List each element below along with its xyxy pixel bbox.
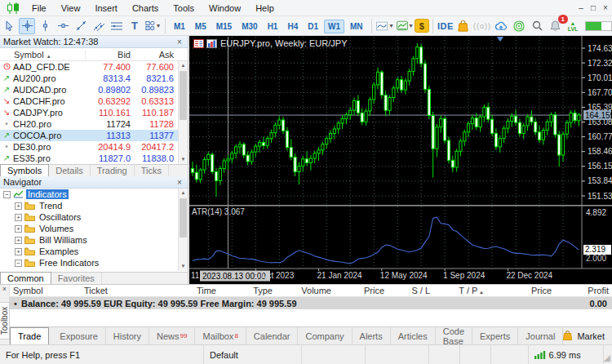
scroll-up-icon[interactable]: ▲: [179, 189, 188, 198]
shapes-tool-button[interactable]: ▾: [144, 18, 161, 34]
horizontal-line-tool-button[interactable]: [55, 18, 71, 34]
menu-item-file[interactable]: File: [24, 2, 54, 15]
timeframe-h1[interactable]: H1: [264, 20, 282, 33]
expand-icon[interactable]: +: [15, 248, 22, 255]
market-watch-row[interactable]: ↘CADJPY.pro110.161110.187: [0, 107, 188, 118]
scroll-up-icon[interactable]: ▲: [179, 61, 188, 70]
chart-type-button[interactable]: ▾: [375, 18, 393, 34]
tree-item-bill-williams[interactable]: +Bill Williams: [0, 234, 188, 246]
tree-item-oscillators[interactable]: +Oscillators: [0, 211, 188, 223]
toolbox-tab-experts[interactable]: Experts: [472, 327, 518, 344]
toolbox-tab-history[interactable]: History: [106, 327, 149, 344]
menu-item-view[interactable]: View: [54, 2, 88, 15]
menu-item-charts[interactable]: Charts: [125, 2, 166, 15]
tree-item-volumes[interactable]: +Volumes: [0, 223, 188, 234]
tree-item-camarilla-channel[interactable]: Camarilla Channel: [0, 269, 188, 271]
expand-icon[interactable]: +: [15, 202, 22, 210]
column-sl[interactable]: S / L: [388, 286, 433, 295]
navigator-scrollbar[interactable]: ▲ ▼: [178, 189, 188, 271]
market-button[interactable]: Market: [563, 331, 605, 342]
market-watch-row[interactable]: AAD_CFD.DE77.40077.600: [0, 61, 188, 73]
toolbox-vertical-tab[interactable]: Toolbox: [0, 302, 10, 340]
tab-trading[interactable]: Trading: [91, 165, 135, 176]
timeframe-m1[interactable]: M1: [170, 20, 189, 33]
vertical-line-tool-button[interactable]: [37, 18, 53, 34]
close-icon[interactable]: ×: [0, 285, 9, 293]
close-icon[interactable]: ×: [175, 178, 184, 187]
expand-icon[interactable]: +: [15, 225, 22, 233]
market-watch-column-header[interactable]: Symbol ▲ Bid Ask: [0, 48, 188, 61]
collapse-icon[interactable]: −: [15, 260, 22, 267]
copy-trading-button[interactable]: [511, 18, 527, 34]
timeframe-h4[interactable]: H4: [283, 20, 302, 33]
market-watch-row[interactable]: •CH20.pro1172411728: [0, 118, 188, 130]
timeframe-mn[interactable]: MN: [346, 20, 367, 33]
tab-symbols[interactable]: Symbols: [0, 164, 49, 176]
fibonacci-tool-button[interactable]: [109, 18, 125, 34]
collapse-icon[interactable]: −: [3, 191, 11, 198]
cloud-button[interactable]: [493, 18, 509, 34]
tab-common[interactable]: Common: [0, 272, 51, 284]
timeframe-w1[interactable]: W1: [324, 20, 344, 33]
expand-icon[interactable]: +: [15, 214, 22, 221]
expand-icon[interactable]: +: [15, 237, 22, 244]
toolbox-tab-journal[interactable]: Journal: [518, 327, 563, 344]
notifications-button[interactable]: 1: [547, 18, 563, 34]
menu-item-insert[interactable]: Insert: [87, 2, 125, 15]
toolbox-tab-mailbox[interactable]: Mailbox8: [195, 327, 246, 344]
close-button[interactable]: ×: [600, 3, 611, 12]
scroll-down-icon[interactable]: ▼: [179, 262, 188, 271]
market-watch-row[interactable]: ↗ES35.pro11827.011838.0: [0, 153, 188, 164]
scrollbar-thumb[interactable]: [180, 198, 187, 237]
market-watch-row[interactable]: ↗COCOA.pro1131311377: [0, 130, 188, 141]
toolbox-tab-news[interactable]: News99: [149, 327, 195, 344]
trendline-tool-button[interactable]: [73, 18, 89, 34]
balance-row[interactable]: • Balance: 49 995.59 EUR Equity: 49 995.…: [10, 297, 612, 309]
menu-item-tools[interactable]: Tools: [166, 2, 202, 15]
channel-tool-button[interactable]: [91, 18, 107, 34]
ide-button[interactable]: IDE: [437, 18, 454, 34]
candlestick-chart[interactable]: 174.630172.320170.010167.700165.390163.0…: [189, 36, 612, 284]
column-time[interactable]: Time: [134, 286, 220, 295]
toolbox-tab-code-base[interactable]: Code Base: [436, 327, 472, 344]
toolbox-tab-calendar[interactable]: Calendar: [246, 327, 299, 344]
column-symbol[interactable]: Symbol ▲: [0, 50, 85, 60]
status-profile[interactable]: Default: [204, 345, 302, 364]
tab-ticks[interactable]: Ticks: [135, 165, 169, 176]
timeframe-m5[interactable]: M5: [191, 20, 211, 33]
column-tp[interactable]: T / P ▲: [433, 286, 487, 295]
column-type[interactable]: Type: [220, 286, 276, 295]
column-volume[interactable]: Volume: [276, 286, 335, 295]
text-tool-button[interactable]: T: [126, 18, 143, 34]
column-price[interactable]: Price: [487, 286, 555, 295]
tab-details[interactable]: Details: [49, 165, 91, 176]
column-ticket[interactable]: Ticket: [81, 286, 134, 295]
search-button[interactable]: [529, 18, 545, 34]
market-watch-scrollbar[interactable]: ▲ ▼: [178, 61, 188, 164]
column-bid[interactable]: Bid: [85, 50, 131, 60]
toolbox-tab-articles[interactable]: Articles: [391, 327, 436, 344]
resize-grip[interactable]: ◢: [604, 345, 612, 364]
column-profit[interactable]: Profit: [555, 286, 612, 295]
crosshair-tool-button[interactable]: [19, 18, 35, 34]
signals-button[interactable]: ((o)): [473, 18, 491, 34]
cursor-tool-button[interactable]: [1, 18, 17, 34]
indicators-button[interactable]: ▾: [396, 18, 414, 34]
tab-favorites[interactable]: Favorites: [51, 273, 102, 284]
market-watch-row[interactable]: ↗AU200.pro8313.48321.6: [0, 73, 188, 84]
tree-item-trend[interactable]: +Trend: [0, 200, 188, 211]
timeframe-m30[interactable]: M30: [237, 20, 261, 33]
column-price[interactable]: Price: [335, 286, 388, 295]
market-watch-row[interactable]: ↗AUDCAD.pro0.898020.89823: [0, 84, 188, 95]
market-button[interactable]: [455, 18, 472, 34]
minimize-button[interactable]: –: [575, 3, 587, 12]
timeframe-d1[interactable]: D1: [304, 20, 322, 33]
toolbox-tab-exposure[interactable]: Exposure: [52, 327, 105, 344]
scrollbar-thumb[interactable]: [180, 71, 187, 120]
menu-item-help[interactable]: Help: [248, 2, 282, 15]
column-symbol[interactable]: Symbol: [10, 286, 81, 295]
market-watch-row[interactable]: •DE30.pro20414.920417.2: [0, 141, 188, 153]
column-ask[interactable]: Ask: [131, 50, 175, 60]
toolbox-tab-company[interactable]: Company: [298, 327, 352, 344]
toolbox-tab-trade[interactable]: Trade: [10, 327, 49, 344]
